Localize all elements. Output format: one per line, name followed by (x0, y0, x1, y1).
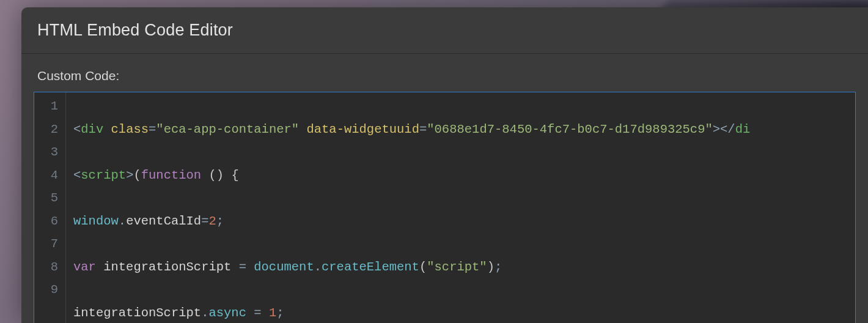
panel-title: HTML Embed Code Editor (37, 21, 852, 40)
line-number: 9 (43, 278, 58, 302)
code-line[interactable]: window.eventCalId=2; (73, 210, 855, 233)
line-number: 2 (43, 118, 58, 141)
section-label: Custom Code: (21, 54, 868, 92)
line-number: 6 (43, 210, 58, 233)
code-content[interactable]: <div class="eca-app-container" data-widg… (66, 92, 855, 323)
line-number: 3 (43, 141, 58, 164)
line-number: 8 (43, 256, 58, 279)
code-editor[interactable]: 1 2 3 4 5 6 7 8 9 <div class="eca-app-co… (34, 92, 855, 323)
code-line[interactable]: integrationScript.async = 1; (73, 302, 855, 324)
titlebar: HTML Embed Code Editor (21, 7, 868, 54)
line-number-gutter: 1 2 3 4 5 6 7 8 9 (34, 92, 66, 323)
editor-panel: HTML Embed Code Editor Custom Code: 1 2 … (21, 7, 868, 323)
code-line[interactable]: <script>(function () { (73, 164, 855, 187)
line-number: 4 (43, 164, 58, 187)
code-line[interactable]: var integrationScript = document.createE… (73, 256, 855, 279)
line-number: 7 (43, 232, 58, 256)
code-editor-frame: 1 2 3 4 5 6 7 8 9 <div class="eca-app-co… (34, 92, 856, 323)
code-line[interactable]: <div class="eca-app-container" data-widg… (73, 118, 855, 141)
line-number: 5 (43, 187, 58, 210)
line-number: 1 (43, 95, 58, 118)
